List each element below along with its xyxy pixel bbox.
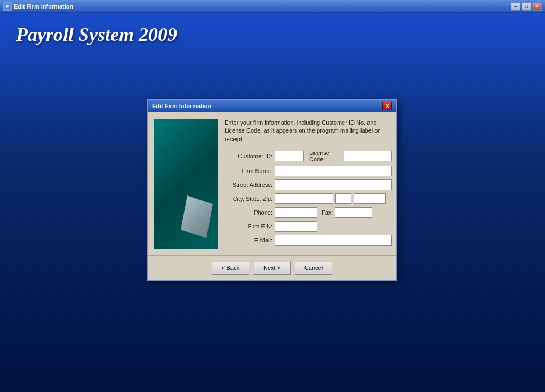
email-row: E-Mail:: [225, 235, 392, 246]
city-state-zip-row: City, State, Zip:: [225, 193, 392, 204]
phone-input[interactable]: [275, 207, 317, 218]
dialog-title: Edit Firm Information: [152, 103, 211, 109]
minimize-button[interactable]: –: [511, 2, 520, 11]
app-header: Payroll System 2009: [0, 13, 545, 56]
state-input[interactable]: [335, 193, 351, 204]
street-label: Street Address:: [225, 182, 272, 188]
fax-label: Fax:: [322, 209, 333, 216]
maximize-button[interactable]: □: [522, 2, 531, 11]
next-button[interactable]: Next >: [253, 261, 291, 275]
city-state-zip-label: City, State, Zip:: [225, 195, 272, 202]
zip-input[interactable]: [354, 193, 386, 204]
dialog-form: Enter your firm information, including C…: [225, 119, 392, 249]
ein-label: Firm EIN:: [225, 223, 272, 230]
app-title: Payroll System 2009: [16, 23, 529, 46]
phone-label: Phone:: [225, 209, 272, 216]
edit-firm-dialog: Edit Firm Information ✕ Enter your firm …: [147, 99, 397, 281]
email-input[interactable]: [275, 235, 392, 246]
ein-row: Firm EIN:: [225, 221, 392, 232]
close-button[interactable]: ✕: [532, 2, 542, 11]
svg-text:P: P: [6, 5, 9, 9]
dialog-title-bar: Edit Firm Information ✕: [148, 100, 396, 112]
ein-input[interactable]: [275, 221, 317, 232]
license-code-input[interactable]: [344, 151, 392, 161]
dialog-footer: < Back Next > Cancel: [148, 255, 396, 280]
dialog-image: [154, 119, 218, 249]
email-label: E-Mail:: [225, 237, 272, 243]
customer-id-input[interactable]: [275, 151, 304, 161]
title-bar: P Edit Firm Information – □ ✕: [0, 0, 545, 13]
dialog-body: Enter your firm information, including C…: [148, 112, 396, 255]
window-title: Edit Firm Information: [14, 3, 509, 10]
app-icon: P: [3, 2, 12, 11]
fax-input[interactable]: [335, 207, 372, 218]
dialog-close-button[interactable]: ✕: [382, 102, 392, 110]
city-input[interactable]: [275, 193, 333, 204]
back-button[interactable]: < Back: [212, 261, 249, 275]
customer-id-label: Customer ID:: [225, 153, 272, 159]
street-address-row: Street Address:: [225, 179, 392, 190]
customer-id-row: Customer ID: License Code:: [225, 150, 392, 162]
cancel-button[interactable]: Cancel: [295, 261, 332, 275]
dialog-description: Enter your firm information, including C…: [225, 119, 392, 143]
phone-fax-row: Phone: Fax:: [225, 207, 392, 218]
firm-name-row: Firm Name:: [225, 166, 392, 176]
firm-name-input[interactable]: [275, 166, 392, 176]
street-input[interactable]: [275, 179, 392, 190]
firm-name-label: Firm Name:: [225, 168, 272, 174]
window-controls: – □ ✕: [511, 2, 542, 11]
license-code-label: License Code:: [309, 150, 342, 162]
